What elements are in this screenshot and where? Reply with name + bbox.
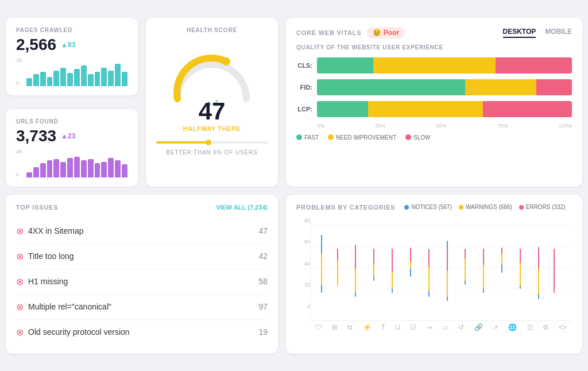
prob-dot [404,205,409,210]
bar [81,160,87,177]
pages-crawled-delta: ▲83 [61,41,75,49]
bar [33,74,39,86]
bar [67,73,73,86]
issue-row: ⊗ Old security protocol version 19 [16,320,268,345]
legend-dot [405,134,411,140]
bar [74,157,80,177]
bar [115,160,121,177]
cwv-title: CORE WEB VITALS [296,29,361,36]
bar [53,71,59,86]
y-label: 60 [296,239,310,245]
bar [101,162,107,177]
bar [67,158,73,177]
issues-title: TOP ISSUES [16,204,58,211]
gauge-bottom-text: BETTER THAN 6% OF USERS [167,149,258,156]
bar [74,69,80,86]
gauge-fill [156,141,208,144]
chart-icon: 🌐 [508,323,517,331]
bar [81,65,87,86]
bar [108,158,114,177]
seg-need [373,57,496,74]
legend-label: NEED IMPROVEMENT [336,134,396,141]
cwv-badge: 😢 Poor [367,27,405,38]
issue-count: 47 [258,226,268,235]
chart-plot [310,218,572,321]
legend-dot [296,134,302,140]
issue-row: ⊗ Title too long 42 [16,244,268,269]
chart-icon: U [395,323,400,331]
bar [122,164,127,177]
view-all-link[interactable]: VIEW ALL (7,234) [216,204,268,211]
legend-dot [328,134,334,140]
issue-text: Multiple rel="canonical" [28,302,111,311]
metric-label: LCP: [296,106,312,113]
axis-label: 0% [317,123,324,129]
urls-found-value: 3,733 ▲23 [16,127,127,145]
bar [60,68,66,86]
health-score-card: HEALTH SCORE ▲ 4 47 HALFWAY THERE BETTER [146,18,278,187]
bar [47,160,53,177]
stacked-bar [317,79,572,95]
cwv-legend: FASTNEED IMPROVEMENTSLOW [296,134,572,141]
urls-found-delta: ▲23 [61,132,75,140]
y-axis: 806040200 [296,218,310,321]
error-icon: ⊗ [16,327,24,338]
top-issues-card: TOP ISSUES VIEW ALL (7,234) ⊗ 4XX in Sit… [6,195,278,354]
health-score-label: HEALTH SCORE [187,27,237,33]
prob-dot [519,205,524,210]
chart-icon: ⊞ [332,323,338,331]
chart-icon: 🛡 [315,323,322,331]
chart-icon: ⚙ [543,323,549,331]
seg-need [465,79,536,95]
chart-area: 806040200 [296,218,572,321]
chart-icon: ⊡ [527,323,533,331]
prob-dot [459,205,463,210]
bar [40,72,46,86]
seg-fast [317,101,368,117]
chart-icon: ⧉ [347,323,353,331]
metric-label: CLS: [296,62,312,69]
metric-row: FID: [296,79,572,95]
candle-line [538,249,539,269]
urls-found-card: URLS FOUND 3,733 ▲23 4K 0 [6,109,138,187]
bar [53,159,59,177]
seg-slow [496,57,572,74]
chart-icon: <> [559,323,567,331]
prob-legend: NOTICES (567)WARNINGS (666)ERRORS (332) [404,204,565,210]
chart-icon: ☑ [410,323,416,331]
candle-line [337,249,338,261]
core-web-vitals-card: CORE WEB VITALS 😢 Poor DESKTOP MOBILE QU… [286,18,582,187]
candle-line [428,249,430,267]
problems-title: PROBLEMS BY CATEGORIES [296,204,395,211]
error-icon: ⊗ [16,276,24,287]
cwv-axis: 0%25%50%75%100% [296,123,572,129]
candle-line [520,249,521,263]
pages-crawled-chart: 3K 0 [16,57,127,86]
chart-icon: ↗ [493,323,498,331]
bar [88,74,94,86]
cwv-tabs: DESKTOP MOBILE [503,28,572,38]
issues-list: ⊗ 4XX in Sitemap 47 ⊗ Title too long 42 … [16,219,268,345]
issues-header: TOP ISSUES VIEW ALL (7,234) [16,204,268,211]
axis-label: 25% [375,123,385,129]
candle-line [321,254,322,284]
tab-desktop[interactable]: DESKTOP [503,28,536,38]
stacked-bar [317,57,572,74]
bar [33,167,39,177]
chart-icon: ⚡ [363,323,372,331]
bar [95,163,100,177]
candle-line [355,249,356,269]
issue-count: 42 [258,252,268,261]
gauge-progress-bar [156,141,268,144]
prob-legend-label: NOTICES (567) [411,204,452,210]
legend-item: SLOW [405,134,430,141]
tab-mobile[interactable]: MOBILE [545,28,572,38]
candle-line [483,249,484,265]
prob-legend-item: ERRORS (332) [519,204,566,210]
bar [26,172,32,177]
gauge-subtitle: HALFWAY THERE [183,125,241,132]
issue-left: ⊗ Title too long [16,251,74,262]
y-label: 0 [296,304,310,310]
issue-left: ⊗ Multiple rel="canonical" [16,302,111,312]
y-label: 80 [296,218,310,223]
